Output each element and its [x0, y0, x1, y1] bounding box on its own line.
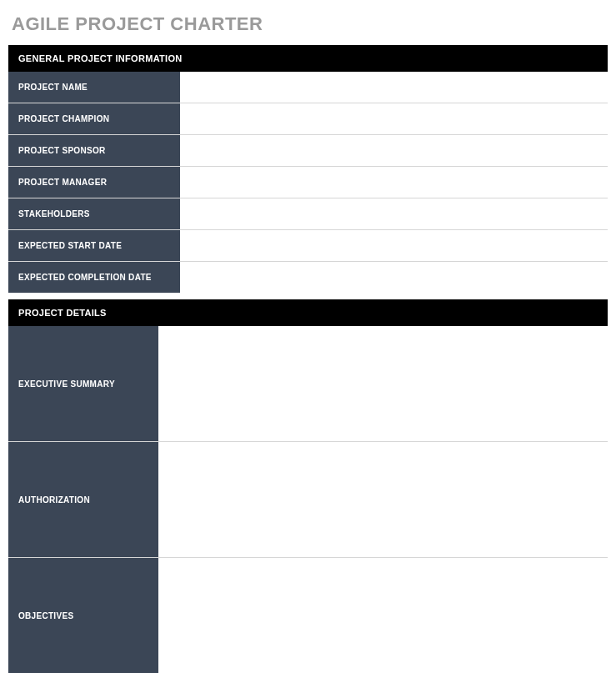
value-expected-completion-date[interactable] — [180, 262, 608, 293]
label-executive-summary: EXECUTIVE SUMMARY — [8, 326, 158, 441]
label-authorization: AUTHORIZATION — [8, 442, 158, 557]
section-gap — [8, 293, 608, 299]
value-project-sponsor[interactable] — [180, 135, 608, 166]
row-authorization: AUTHORIZATION — [8, 442, 608, 558]
label-project-manager: PROJECT MANAGER — [8, 167, 180, 198]
label-expected-start-date: EXPECTED START DATE — [8, 230, 180, 261]
row-expected-completion-date: EXPECTED COMPLETION DATE — [8, 262, 608, 293]
value-project-manager[interactable] — [180, 167, 608, 198]
row-stakeholders: STAKEHOLDERS — [8, 198, 608, 230]
value-executive-summary[interactable] — [158, 326, 608, 441]
value-stakeholders[interactable] — [180, 198, 608, 229]
section-details: PROJECT DETAILS EXECUTIVE SUMMARY AUTHOR… — [8, 299, 608, 673]
label-expected-completion-date: EXPECTED COMPLETION DATE — [8, 262, 180, 293]
label-project-sponsor: PROJECT SPONSOR — [8, 135, 180, 166]
label-objectives: OBJECTIVES — [8, 558, 158, 673]
section-general: GENERAL PROJECT INFORMATION PROJECT NAME… — [8, 45, 608, 293]
row-project-name: PROJECT NAME — [8, 72, 608, 103]
page-title: AGILE PROJECT CHARTER — [12, 13, 608, 35]
value-expected-start-date[interactable] — [180, 230, 608, 261]
value-objectives[interactable] — [158, 558, 608, 673]
label-project-name: PROJECT NAME — [8, 72, 180, 103]
section-header-general: GENERAL PROJECT INFORMATION — [8, 45, 608, 72]
row-project-champion: PROJECT CHAMPION — [8, 103, 608, 135]
label-stakeholders: STAKEHOLDERS — [8, 198, 180, 229]
value-project-champion[interactable] — [180, 103, 608, 134]
row-objectives: OBJECTIVES — [8, 558, 608, 673]
row-project-manager: PROJECT MANAGER — [8, 167, 608, 198]
value-project-name[interactable] — [180, 72, 608, 103]
row-expected-start-date: EXPECTED START DATE — [8, 230, 608, 262]
row-executive-summary: EXECUTIVE SUMMARY — [8, 326, 608, 442]
value-authorization[interactable] — [158, 442, 608, 557]
section-header-details: PROJECT DETAILS — [8, 299, 608, 326]
row-project-sponsor: PROJECT SPONSOR — [8, 135, 608, 167]
label-project-champion: PROJECT CHAMPION — [8, 103, 180, 134]
